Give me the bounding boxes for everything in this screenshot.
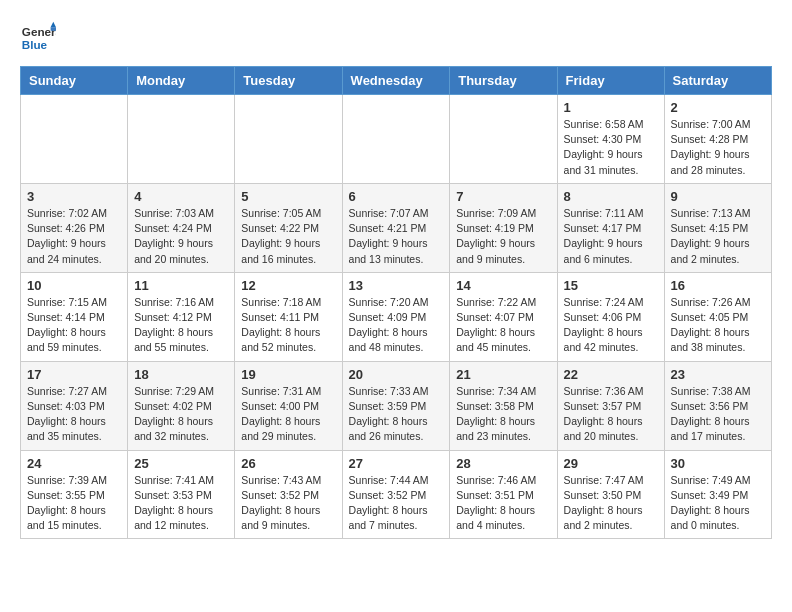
calendar-cell: 12Sunrise: 7:18 AM Sunset: 4:11 PM Dayli…: [235, 272, 342, 361]
day-number: 10: [27, 278, 121, 293]
logo-icon: General Blue: [20, 20, 56, 56]
day-header-thursday: Thursday: [450, 67, 557, 95]
calendar-cell: 16Sunrise: 7:26 AM Sunset: 4:05 PM Dayli…: [664, 272, 771, 361]
calendar-cell: [21, 95, 128, 184]
calendar-cell: 27Sunrise: 7:44 AM Sunset: 3:52 PM Dayli…: [342, 450, 450, 539]
day-info: Sunrise: 7:29 AM Sunset: 4:02 PM Dayligh…: [134, 384, 228, 445]
day-number: 16: [671, 278, 765, 293]
day-number: 11: [134, 278, 228, 293]
day-number: 18: [134, 367, 228, 382]
calendar-cell: 15Sunrise: 7:24 AM Sunset: 4:06 PM Dayli…: [557, 272, 664, 361]
day-number: 27: [349, 456, 444, 471]
day-info: Sunrise: 7:22 AM Sunset: 4:07 PM Dayligh…: [456, 295, 550, 356]
calendar-cell: 6Sunrise: 7:07 AM Sunset: 4:21 PM Daylig…: [342, 183, 450, 272]
day-info: Sunrise: 6:58 AM Sunset: 4:30 PM Dayligh…: [564, 117, 658, 178]
calendar-cell: 13Sunrise: 7:20 AM Sunset: 4:09 PM Dayli…: [342, 272, 450, 361]
calendar-cell: 2Sunrise: 7:00 AM Sunset: 4:28 PM Daylig…: [664, 95, 771, 184]
calendar-week-3: 10Sunrise: 7:15 AM Sunset: 4:14 PM Dayli…: [21, 272, 772, 361]
calendar-cell: 21Sunrise: 7:34 AM Sunset: 3:58 PM Dayli…: [450, 361, 557, 450]
day-info: Sunrise: 7:36 AM Sunset: 3:57 PM Dayligh…: [564, 384, 658, 445]
day-info: Sunrise: 7:03 AM Sunset: 4:24 PM Dayligh…: [134, 206, 228, 267]
calendar-cell: 28Sunrise: 7:46 AM Sunset: 3:51 PM Dayli…: [450, 450, 557, 539]
day-info: Sunrise: 7:34 AM Sunset: 3:58 PM Dayligh…: [456, 384, 550, 445]
day-number: 28: [456, 456, 550, 471]
day-number: 21: [456, 367, 550, 382]
calendar-cell: 19Sunrise: 7:31 AM Sunset: 4:00 PM Dayli…: [235, 361, 342, 450]
svg-text:Blue: Blue: [22, 38, 48, 51]
day-info: Sunrise: 7:27 AM Sunset: 4:03 PM Dayligh…: [27, 384, 121, 445]
day-header-wednesday: Wednesday: [342, 67, 450, 95]
day-info: Sunrise: 7:41 AM Sunset: 3:53 PM Dayligh…: [134, 473, 228, 534]
day-header-tuesday: Tuesday: [235, 67, 342, 95]
calendar-cell: 1Sunrise: 6:58 AM Sunset: 4:30 PM Daylig…: [557, 95, 664, 184]
calendar-cell: 14Sunrise: 7:22 AM Sunset: 4:07 PM Dayli…: [450, 272, 557, 361]
calendar-cell: 4Sunrise: 7:03 AM Sunset: 4:24 PM Daylig…: [128, 183, 235, 272]
day-number: 29: [564, 456, 658, 471]
calendar-cell: 30Sunrise: 7:49 AM Sunset: 3:49 PM Dayli…: [664, 450, 771, 539]
day-info: Sunrise: 7:31 AM Sunset: 4:00 PM Dayligh…: [241, 384, 335, 445]
calendar-cell: 7Sunrise: 7:09 AM Sunset: 4:19 PM Daylig…: [450, 183, 557, 272]
calendar: SundayMondayTuesdayWednesdayThursdayFrid…: [20, 66, 772, 539]
calendar-cell: [128, 95, 235, 184]
calendar-cell: 5Sunrise: 7:05 AM Sunset: 4:22 PM Daylig…: [235, 183, 342, 272]
day-number: 17: [27, 367, 121, 382]
day-number: 8: [564, 189, 658, 204]
day-number: 2: [671, 100, 765, 115]
day-info: Sunrise: 7:44 AM Sunset: 3:52 PM Dayligh…: [349, 473, 444, 534]
day-info: Sunrise: 7:18 AM Sunset: 4:11 PM Dayligh…: [241, 295, 335, 356]
day-info: Sunrise: 7:47 AM Sunset: 3:50 PM Dayligh…: [564, 473, 658, 534]
calendar-cell: 24Sunrise: 7:39 AM Sunset: 3:55 PM Dayli…: [21, 450, 128, 539]
day-number: 22: [564, 367, 658, 382]
day-number: 13: [349, 278, 444, 293]
svg-marker-3: [51, 27, 56, 31]
day-info: Sunrise: 7:09 AM Sunset: 4:19 PM Dayligh…: [456, 206, 550, 267]
day-header-sunday: Sunday: [21, 67, 128, 95]
day-number: 5: [241, 189, 335, 204]
calendar-cell: 25Sunrise: 7:41 AM Sunset: 3:53 PM Dayli…: [128, 450, 235, 539]
day-info: Sunrise: 7:00 AM Sunset: 4:28 PM Dayligh…: [671, 117, 765, 178]
calendar-cell: [450, 95, 557, 184]
day-number: 9: [671, 189, 765, 204]
day-number: 1: [564, 100, 658, 115]
calendar-cell: 18Sunrise: 7:29 AM Sunset: 4:02 PM Dayli…: [128, 361, 235, 450]
calendar-cell: 3Sunrise: 7:02 AM Sunset: 4:26 PM Daylig…: [21, 183, 128, 272]
day-info: Sunrise: 7:43 AM Sunset: 3:52 PM Dayligh…: [241, 473, 335, 534]
calendar-cell: 8Sunrise: 7:11 AM Sunset: 4:17 PM Daylig…: [557, 183, 664, 272]
day-info: Sunrise: 7:02 AM Sunset: 4:26 PM Dayligh…: [27, 206, 121, 267]
day-info: Sunrise: 7:46 AM Sunset: 3:51 PM Dayligh…: [456, 473, 550, 534]
calendar-week-4: 17Sunrise: 7:27 AM Sunset: 4:03 PM Dayli…: [21, 361, 772, 450]
calendar-cell: [235, 95, 342, 184]
calendar-cell: 20Sunrise: 7:33 AM Sunset: 3:59 PM Dayli…: [342, 361, 450, 450]
calendar-body: 1Sunrise: 6:58 AM Sunset: 4:30 PM Daylig…: [21, 95, 772, 539]
day-number: 23: [671, 367, 765, 382]
calendar-cell: 10Sunrise: 7:15 AM Sunset: 4:14 PM Dayli…: [21, 272, 128, 361]
calendar-cell: 29Sunrise: 7:47 AM Sunset: 3:50 PM Dayli…: [557, 450, 664, 539]
day-number: 7: [456, 189, 550, 204]
day-info: Sunrise: 7:39 AM Sunset: 3:55 PM Dayligh…: [27, 473, 121, 534]
day-number: 6: [349, 189, 444, 204]
day-info: Sunrise: 7:11 AM Sunset: 4:17 PM Dayligh…: [564, 206, 658, 267]
day-number: 4: [134, 189, 228, 204]
day-info: Sunrise: 7:13 AM Sunset: 4:15 PM Dayligh…: [671, 206, 765, 267]
calendar-cell: 9Sunrise: 7:13 AM Sunset: 4:15 PM Daylig…: [664, 183, 771, 272]
calendar-week-2: 3Sunrise: 7:02 AM Sunset: 4:26 PM Daylig…: [21, 183, 772, 272]
calendar-cell: 26Sunrise: 7:43 AM Sunset: 3:52 PM Dayli…: [235, 450, 342, 539]
day-info: Sunrise: 7:24 AM Sunset: 4:06 PM Dayligh…: [564, 295, 658, 356]
day-number: 14: [456, 278, 550, 293]
day-number: 15: [564, 278, 658, 293]
day-info: Sunrise: 7:20 AM Sunset: 4:09 PM Dayligh…: [349, 295, 444, 356]
day-info: Sunrise: 7:33 AM Sunset: 3:59 PM Dayligh…: [349, 384, 444, 445]
day-info: Sunrise: 7:26 AM Sunset: 4:05 PM Dayligh…: [671, 295, 765, 356]
day-number: 24: [27, 456, 121, 471]
day-number: 12: [241, 278, 335, 293]
day-number: 3: [27, 189, 121, 204]
day-info: Sunrise: 7:16 AM Sunset: 4:12 PM Dayligh…: [134, 295, 228, 356]
calendar-cell: 23Sunrise: 7:38 AM Sunset: 3:56 PM Dayli…: [664, 361, 771, 450]
day-info: Sunrise: 7:38 AM Sunset: 3:56 PM Dayligh…: [671, 384, 765, 445]
calendar-cell: [342, 95, 450, 184]
day-info: Sunrise: 7:05 AM Sunset: 4:22 PM Dayligh…: [241, 206, 335, 267]
day-info: Sunrise: 7:49 AM Sunset: 3:49 PM Dayligh…: [671, 473, 765, 534]
day-header-saturday: Saturday: [664, 67, 771, 95]
day-info: Sunrise: 7:07 AM Sunset: 4:21 PM Dayligh…: [349, 206, 444, 267]
calendar-week-5: 24Sunrise: 7:39 AM Sunset: 3:55 PM Dayli…: [21, 450, 772, 539]
